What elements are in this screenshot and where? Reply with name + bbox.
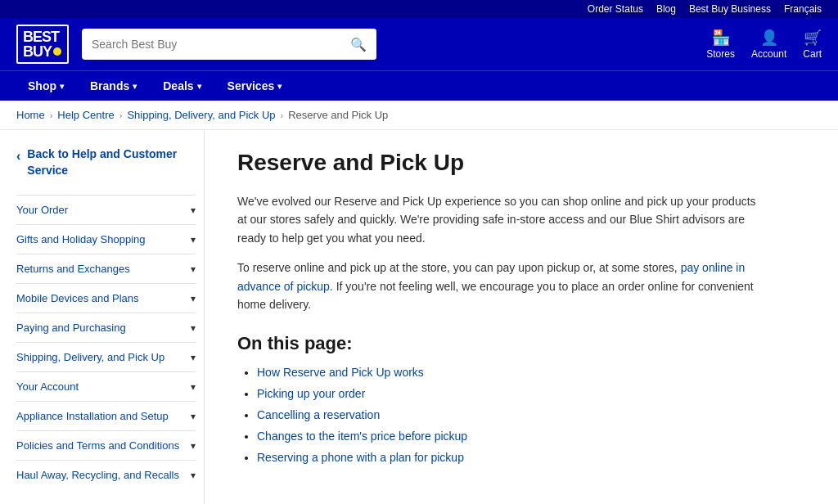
nav-services[interactable]: Services ▾ [216, 71, 294, 101]
page-title: Reserve and Pick Up [237, 150, 761, 176]
sidebar-item-gifts-holiday[interactable]: Gifts and Holiday Shopping ▾ [16, 224, 196, 254]
order-status-link[interactable]: Order Status [588, 3, 643, 15]
main-header: BEST BUY 🔍 🏪 Stores 👤 Account 🛒 Cart [0, 18, 838, 70]
sidebar-item-paying-purchasing[interactable]: Paying and Purchasing ▾ [16, 313, 196, 342]
logo[interactable]: BEST BUY [16, 25, 69, 64]
haul-chevron-icon: ▾ [191, 470, 196, 481]
search-input[interactable] [82, 38, 340, 51]
picking-up-order-link[interactable]: Picking up your order [257, 387, 365, 400]
nav-deals[interactable]: Deals ▾ [151, 71, 212, 101]
cart-button[interactable]: 🛒 Cart [803, 29, 822, 60]
account-button[interactable]: 👤 Account [751, 29, 786, 60]
policies-chevron-icon: ▾ [191, 440, 196, 452]
nav-bar: Shop ▾ Brands ▾ Deals ▾ Services ▾ [0, 70, 838, 101]
your-order-chevron-icon: ▾ [191, 205, 196, 216]
cart-icon: 🛒 [804, 29, 822, 47]
cancelling-reservation-link[interactable]: Cancelling a reservation [257, 408, 380, 421]
logo-tag-icon [53, 47, 61, 56]
breadcrumb-sep-3: › [281, 110, 284, 120]
services-chevron-icon: ▾ [277, 82, 282, 91]
utility-bar: Order Status Blog Best Buy Business Fran… [0, 0, 838, 18]
on-this-page-heading: On this page: [237, 333, 761, 354]
nav-shop[interactable]: Shop ▾ [16, 71, 75, 101]
sidebar-item-haul-away[interactable]: Haul Away, Recycling, and Recalls ▾ [16, 460, 196, 489]
gifts-chevron-icon: ▾ [191, 234, 196, 245]
breadcrumb-sep-2: › [119, 110, 123, 120]
sidebar-item-returns-exchanges[interactable]: Returns and Exchanges ▾ [16, 254, 196, 283]
returns-chevron-icon: ▾ [191, 263, 196, 275]
breadcrumb-current: Reserve and Pick Up [288, 109, 388, 121]
search-icon: 🔍 [350, 38, 367, 52]
list-item: Reserving a phone with a plan for pickup [257, 451, 761, 464]
main-content: Reserve and Pick Up We've evolved our Re… [205, 130, 794, 504]
back-arrow-icon: ‹ [16, 147, 20, 165]
back-to-help-link[interactable]: ‹ Back to Help and Customer Service [16, 146, 196, 178]
blog-link[interactable]: Blog [656, 3, 676, 15]
breadcrumb-help[interactable]: Help Centre [57, 109, 114, 121]
brands-chevron-icon: ▾ [133, 82, 137, 91]
changes-price-link[interactable]: Changes to the item's price before picku… [257, 430, 467, 443]
how-reserve-works-link[interactable]: How Reserve and Pick Up works [257, 366, 424, 379]
stores-button[interactable]: 🏪 Stores [706, 29, 735, 60]
sidebar-item-appliance-installation[interactable]: Appliance Installation and Setup ▾ [16, 401, 196, 430]
account-chevron-icon: ▾ [191, 381, 196, 393]
sidebar-item-mobile-devices[interactable]: Mobile Devices and Plans ▾ [16, 283, 196, 313]
stores-icon: 🏪 [712, 29, 730, 47]
sidebar-item-policies-terms[interactable]: Policies and Terms and Conditions ▾ [16, 430, 196, 460]
account-icon: 👤 [760, 29, 778, 47]
bestbuy-business-link[interactable]: Best Buy Business [689, 3, 771, 15]
sidebar-item-your-account[interactable]: Your Account ▾ [16, 371, 196, 401]
list-item: Cancelling a reservation [257, 408, 761, 421]
paying-chevron-icon: ▾ [191, 322, 196, 334]
list-item: Changes to the item's price before picku… [257, 430, 761, 443]
breadcrumb-home[interactable]: Home [16, 109, 45, 121]
page-links-list: How Reserve and Pick Up works Picking up… [237, 366, 761, 464]
page-content: ‹ Back to Help and Customer Service Your… [0, 130, 838, 504]
list-item: Picking up your order [257, 387, 761, 400]
intro-paragraph-2: To reserve online and pick up at the sto… [237, 259, 761, 313]
breadcrumb-shipping[interactable]: Shipping, Delivery, and Pick Up [127, 109, 275, 121]
francais-link[interactable]: Français [784, 3, 822, 15]
logo-buy: BUY [23, 44, 52, 59]
sidebar-item-shipping-delivery[interactable]: Shipping, Delivery, and Pick Up ▾ [16, 342, 196, 371]
intro-paragraph-1: We've evolved our Reserve and Pick Up ex… [237, 192, 761, 247]
breadcrumb: Home › Help Centre › Shipping, Delivery,… [0, 101, 838, 130]
reserving-phone-link[interactable]: Reserving a phone with a plan for pickup [257, 451, 464, 464]
deals-chevron-icon: ▾ [197, 82, 201, 91]
shipping-chevron-icon: ▾ [191, 352, 196, 363]
list-item: How Reserve and Pick Up works [257, 366, 761, 379]
logo-best: BEST [23, 29, 59, 44]
nav-brands[interactable]: Brands ▾ [79, 71, 148, 101]
sidebar-item-your-order[interactable]: Your Order ▾ [16, 195, 196, 224]
appliance-chevron-icon: ▾ [191, 411, 196, 422]
sidebar: ‹ Back to Help and Customer Service Your… [0, 130, 205, 504]
header-actions: 🏪 Stores 👤 Account 🛒 Cart [706, 29, 822, 60]
search-button[interactable]: 🔍 [340, 29, 376, 60]
shop-chevron-icon: ▾ [60, 82, 64, 91]
mobile-chevron-icon: ▾ [191, 293, 196, 304]
search-bar: 🔍 [82, 29, 376, 60]
breadcrumb-sep-1: › [50, 110, 53, 120]
